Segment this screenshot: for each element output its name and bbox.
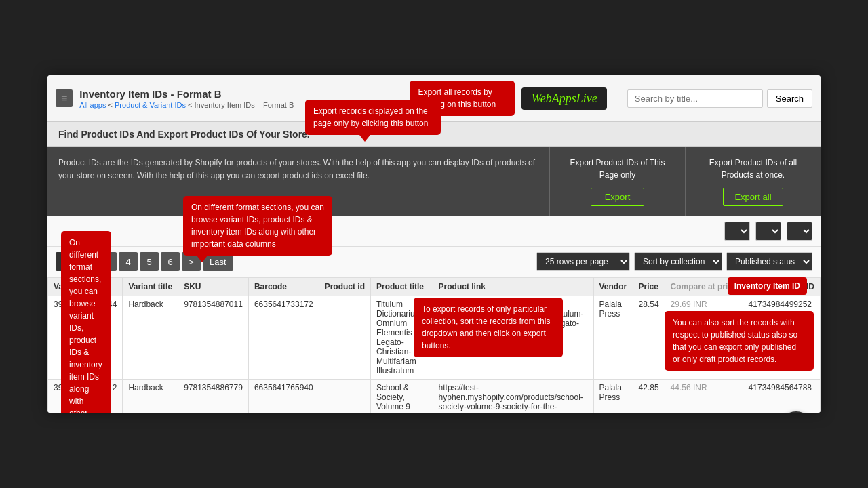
export-page-area: Export Product IDs of This Page only Exp… — [549, 147, 685, 216]
collection-tooltip-wrapper: To export records of only particular col… — [414, 298, 576, 357]
breadcrumb-all-apps[interactable]: All apps — [79, 101, 106, 109]
info-export-section: Export records displayed on the page onl… — [47, 147, 821, 216]
export-button[interactable]: Export — [591, 188, 645, 206]
collection-tooltip: To export records of only particular col… — [414, 298, 563, 357]
export-page-tooltip: Export records displayed on the page onl… — [305, 100, 441, 135]
table-cell — [319, 380, 370, 413]
col-header-vendor: Vendor — [593, 278, 633, 296]
export-all-label: Export Product IDs of all Products at on… — [696, 157, 810, 181]
table-cell: 6635641765940 — [248, 380, 319, 413]
export-all-area: Export Product IDs of all Products at on… — [685, 147, 821, 216]
export-page-label: Export Product IDs of This Page only — [561, 157, 674, 181]
table-cell: https://test-hyphen.myshopify.com/produc… — [433, 380, 593, 413]
inventory-item-label: Inventory Item ID — [728, 277, 807, 295]
page-btn-4[interactable]: 4 — [119, 252, 138, 271]
controls-row: On different format sections, you can br… — [47, 216, 821, 247]
page-btn-6[interactable]: 6 — [161, 252, 180, 271]
col-header-product-title: Product title — [371, 278, 433, 296]
breadcrumb-current: Inventory Item IDs – Format B — [195, 101, 294, 109]
search-button[interactable]: Search — [767, 89, 812, 108]
col-header-variant-title: Variant title — [123, 278, 178, 296]
page-btn-5[interactable]: 5 — [140, 252, 159, 271]
export-page-tooltip-wrapper: Export records displayed on the page onl… — [305, 100, 441, 142]
col-header-sku: SKU — [178, 278, 249, 296]
published-tooltip: You can also sort the records with respe… — [665, 311, 814, 371]
breadcrumb-product-variant[interactable]: Product & Variant IDs — [115, 101, 186, 109]
inventory-item-label-wrapper: Inventory Item ID — [728, 277, 807, 295]
logo-text: WebAppsLive — [531, 92, 597, 105]
table-wrapper: To export records of only particular col… — [47, 277, 821, 413]
search-input[interactable] — [627, 89, 763, 108]
table-cell: 9781354886779 — [178, 380, 249, 413]
table-cell: 9781354887011 — [178, 296, 249, 380]
sort-select[interactable] — [755, 222, 781, 241]
controls-row-2: 1 2 3 4 5 6 > Last On different format s… — [47, 247, 821, 277]
table-cell: Palala Press — [593, 380, 633, 413]
sort-by-collection-select[interactable]: Sort by collection Sort by title Sort by… — [634, 252, 722, 271]
table-cell: 42.85 — [633, 380, 665, 413]
table-cell: School & Society, Volume 9 — [371, 380, 433, 413]
table-cell: Hardback — [123, 296, 178, 380]
format-sections-tooltip: On different format sections, you can br… — [61, 231, 111, 413]
search-bar: Search — [627, 89, 812, 108]
table-cell: 28.54 — [633, 296, 665, 380]
table-cell: Palala Press — [593, 296, 633, 380]
format-tooltip-text: On different format sections, you can br… — [183, 196, 332, 256]
table-header-row: Variant id Variant title SKU Barcode Pro… — [48, 278, 821, 296]
published-tooltip-wrapper: You can also sort the records with respe… — [665, 311, 814, 371]
export-all-button[interactable]: Export all — [723, 188, 783, 206]
table-cell: 6635641733172 — [248, 296, 319, 380]
published-status-select[interactable]: Published status Published Draft — [726, 252, 812, 271]
page-title: Inventory Item IDs - Format B — [79, 88, 403, 100]
table-row: 39640607785012Hardback978135488677966356… — [48, 380, 821, 413]
table-cell — [319, 296, 370, 380]
col-header-product-link: Product link — [433, 278, 593, 296]
logo: WebAppsLive — [521, 87, 606, 110]
hamburger-button[interactable]: ≡ — [56, 89, 73, 107]
table-cell: 44.56 INR — [665, 380, 743, 413]
col-header-barcode: Barcode — [248, 278, 319, 296]
status-select[interactable] — [787, 222, 812, 241]
col-header-price: Price — [633, 278, 665, 296]
col-header-product-id: Product id — [319, 278, 370, 296]
rows-select[interactable]: 25 rows per page 50 rows per page 100 ro… — [536, 252, 630, 271]
table-cell: 41734984564788 — [743, 380, 820, 413]
format-tooltip-absolute: On different format sections, you can br… — [183, 196, 359, 262]
table-cell: Hardback — [123, 380, 178, 413]
rows-per-page-select[interactable] — [724, 222, 750, 241]
